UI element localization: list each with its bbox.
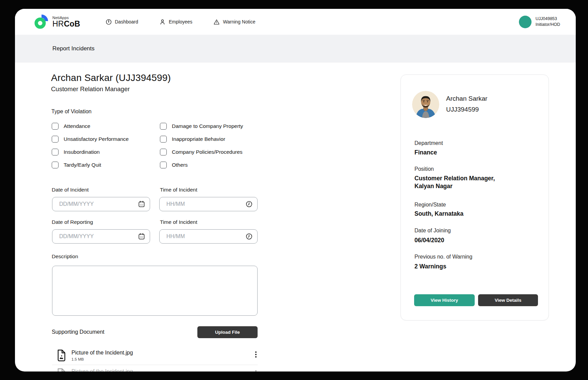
incident-form: Archan Sarkar (UJJ394599) Customer Relat…	[51, 71, 258, 371]
app-header: NetiApps HRCoB Dashboard	[15, 9, 576, 35]
person-icon	[159, 19, 166, 25]
date-of-joining-label: Date of Joining	[414, 228, 451, 234]
checkbox-damage-company-property[interactable]: Damage to Company Property	[160, 122, 243, 130]
checkbox-box[interactable]	[160, 123, 167, 130]
checkbox-unsatisfactory-performance[interactable]: Unsatisfactory Performance	[52, 135, 129, 143]
date-of-reporting-input[interactable]	[59, 233, 138, 239]
checkbox-box[interactable]	[160, 149, 167, 155]
checkbox-label: Inappropriate Behavior	[172, 136, 225, 142]
region-state-label: Region/State	[414, 202, 446, 208]
clock-icon[interactable]	[245, 200, 253, 208]
time-of-incident-input[interactable]	[166, 201, 245, 207]
brand-product-light: HR	[52, 19, 64, 28]
employee-profile-card: Archan Sarkar UJJ394599 Department Finan…	[401, 75, 549, 320]
main-nav: Dashboard Employees Warning Notice	[105, 19, 256, 25]
employee-id: UJJ394599	[446, 106, 479, 113]
page-title: Archan Sarkar (UJJ394599)	[51, 72, 171, 83]
brand-product: HRCoB	[52, 20, 80, 28]
file-size: 1.5 MB	[71, 357, 253, 361]
date-of-incident-field[interactable]	[52, 197, 150, 211]
date-of-reporting-label: Date of Reporting	[52, 219, 93, 225]
previous-warnings-label: Previous no. of Warning	[414, 254, 472, 260]
file-name: Picture of the Incident.jpg	[71, 350, 253, 356]
checkbox-box[interactable]	[52, 123, 59, 130]
uploaded-file-row: Picture of the Incident.jpg 1.5 MB	[51, 368, 258, 371]
checkbox-label: Tardy/Early Quit	[64, 162, 101, 168]
app-window: NetiApps HRCoB Dashboard	[0, 0, 588, 380]
view-history-button[interactable]: View History	[414, 294, 475, 306]
time-of-incident-2-field[interactable]	[159, 229, 258, 244]
time-of-incident-2-label: Time of Incident	[160, 219, 197, 225]
time-of-incident-2-input[interactable]	[166, 233, 245, 239]
checkbox-label: Insubordination	[64, 149, 100, 155]
checkbox-box[interactable]	[52, 162, 59, 168]
nav-employees[interactable]: Employees	[159, 19, 192, 25]
breadcrumb-bar: Report Incidents	[15, 35, 576, 63]
checkbox-label: Others	[172, 162, 188, 168]
checkbox-insubordination[interactable]: Insubordination	[52, 148, 100, 156]
file-menu-kebab-icon[interactable]	[253, 369, 259, 371]
checkbox-company-policies[interactable]: Company Policies/Procedures	[160, 148, 243, 156]
uploaded-file-row: Picture of the Incident.jpg 1.5 MB	[51, 349, 258, 362]
image-file-icon	[55, 368, 67, 371]
brand-product-bold: CoB	[64, 19, 80, 28]
checkbox-label: Unsatisfactory Performance	[64, 136, 129, 142]
file-name: Picture of the Incident.jpg	[71, 368, 253, 371]
gauge-icon	[105, 19, 112, 25]
department-value: Finance	[414, 149, 517, 156]
checkbox-box[interactable]	[52, 149, 59, 155]
checkbox-box[interactable]	[160, 162, 167, 168]
user-id: UJJ049853	[536, 16, 560, 22]
checkbox-label: Company Policies/Procedures	[172, 149, 243, 155]
warning-triangle-icon	[213, 19, 220, 25]
calendar-icon[interactable]	[138, 200, 145, 208]
nav-warning-notice-label: Warning Notice	[223, 19, 255, 24]
checkbox-box[interactable]	[160, 136, 167, 143]
user-role: Initiator/HOD	[536, 22, 560, 28]
checkbox-label: Attendance	[64, 123, 90, 129]
employee-avatar	[412, 91, 439, 118]
checkbox-attendance[interactable]: Attendance	[52, 122, 90, 130]
brand-logo-icon	[34, 14, 49, 29]
previous-warnings-value: 2 Warnings	[414, 263, 517, 270]
checkbox-box[interactable]	[52, 136, 59, 143]
date-of-incident-label: Date of Incident	[52, 187, 89, 193]
nav-warning-notice[interactable]: Warning Notice	[213, 19, 255, 25]
region-state-value: South, Karnataka	[414, 210, 517, 218]
file-menu-kebab-icon[interactable]	[253, 350, 259, 359]
supporting-document-label: Supporting Document	[52, 329, 104, 335]
user-avatar	[519, 16, 532, 28]
employee-name: Archan Sarkar	[446, 95, 487, 102]
page-card: NetiApps HRCoB Dashboard	[15, 9, 576, 371]
view-details-button[interactable]: View Details	[478, 294, 538, 306]
breadcrumb: Report Incidents	[52, 45, 95, 52]
employee-avatar-photo	[412, 91, 439, 118]
nav-dashboard-label: Dashboard	[115, 19, 138, 24]
checkbox-inappropriate-behavior[interactable]: Inappropriate Behavior	[160, 135, 225, 143]
nav-dashboard[interactable]: Dashboard	[105, 19, 138, 25]
checkbox-others[interactable]: Others	[160, 161, 188, 169]
time-of-incident-label: Time of Incident	[160, 187, 197, 193]
nav-employees-label: Employees	[169, 19, 192, 24]
clock-icon[interactable]	[245, 233, 253, 240]
upload-file-button[interactable]: Upload File	[197, 326, 258, 338]
calendar-icon[interactable]	[138, 233, 145, 240]
department-label: Department	[414, 140, 443, 146]
date-of-joining-value: 06/04/2020	[414, 236, 517, 244]
position-value: Customer Relation Manager, Kalyan Nagar	[414, 175, 507, 190]
brand-logo: NetiApps HRCoB	[34, 14, 80, 29]
time-of-incident-field[interactable]	[159, 197, 258, 211]
user-chip[interactable]: UJJ049853 Initiator/HOD	[519, 16, 560, 28]
violation-section-label: Type of Violation	[51, 109, 92, 115]
checkbox-tardy-early-quit[interactable]: Tardy/Early Quit	[52, 161, 101, 169]
image-file-icon	[55, 349, 67, 362]
file-divider	[52, 365, 258, 365]
page-subtitle: Customer Relation Manager	[51, 85, 130, 93]
checkbox-label: Damage to Company Property	[172, 123, 243, 129]
position-label: Position	[414, 166, 434, 172]
date-of-reporting-field[interactable]	[52, 229, 150, 244]
date-of-incident-input[interactable]	[59, 201, 138, 207]
description-textarea[interactable]	[52, 266, 258, 316]
description-label: Description	[52, 253, 78, 260]
